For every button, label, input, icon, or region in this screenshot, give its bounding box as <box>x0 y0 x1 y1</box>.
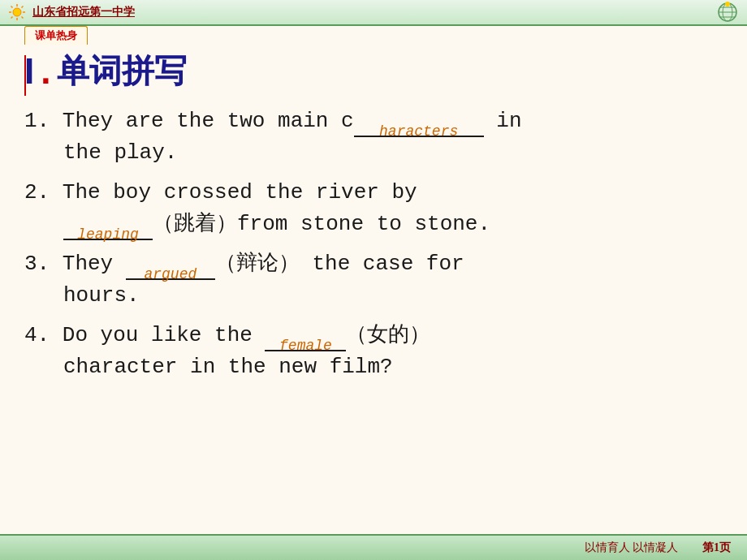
question-1: 1. They are the two main characters in t… <box>24 106 723 169</box>
q2-text-before: The boy crossed the river by <box>63 180 417 205</box>
q3-continuation: hours. <box>63 283 140 308</box>
q4-text-before: Do you like the <box>63 323 266 347</box>
main-content: 课单热身 I.单词拼写 1. They are the two main cha… <box>0 26 747 534</box>
tab-border-decoration <box>24 55 26 96</box>
q4-continuation: character in the new film? <box>63 355 393 379</box>
globe-icon <box>716 1 739 24</box>
svg-point-14 <box>725 2 730 6</box>
q1-number: 1. <box>24 109 63 133</box>
q3-number: 3. <box>24 252 63 276</box>
section-chinese: 单词拼写 <box>57 49 187 93</box>
bottom-slogan: 以情育人 以情凝人 <box>585 541 679 555</box>
bottom-bar: 以情育人 以情凝人 第1页 <box>0 534 747 560</box>
section-title: I.单词拼写 <box>24 49 723 93</box>
q4-blank[interactable]: female <box>265 350 346 351</box>
svg-line-8 <box>11 17 13 19</box>
q2-answer: leaping <box>77 224 139 246</box>
tab-warmup[interactable]: 课单热身 <box>24 26 88 45</box>
svg-line-5 <box>11 6 13 8</box>
q2-blank[interactable]: leaping <box>63 239 153 240</box>
svg-line-7 <box>22 6 24 8</box>
svg-point-0 <box>13 8 21 16</box>
q1-blank[interactable]: haracters <box>354 136 484 137</box>
q4-answer: female <box>279 335 332 357</box>
school-name: 山东省招远第一中学 <box>32 5 135 19</box>
section-dot: . <box>41 51 50 92</box>
q2-continuation: leaping（跳着）from stone to stone. <box>63 212 490 236</box>
q3-text-before: They <box>63 252 126 276</box>
question-4: 4. Do you like the female（女的） character … <box>24 320 723 383</box>
q1-text-before: They are the two main c <box>63 109 354 133</box>
question-2: 2. The boy crossed the river by leaping（… <box>24 177 723 240</box>
q1-answer: haracters <box>379 121 458 143</box>
q4-number: 4. <box>24 323 63 347</box>
q2-text-after: （跳着）from stone to stone. <box>153 212 490 236</box>
q1-continuation: the play. <box>63 140 177 165</box>
q3-text-after: （辩论） the case for <box>215 252 464 276</box>
bottom-page: 第1页 <box>702 541 731 555</box>
q4-text-after: （女的） <box>346 323 430 347</box>
question-3: 3. They argued（辩论） the case for hours. <box>24 248 723 312</box>
q3-answer: argued <box>144 264 196 286</box>
top-bar: 山东省招远第一中学 <box>0 0 747 26</box>
q1-text-after: in <box>484 109 522 133</box>
tab-strip: 课单热身 <box>24 26 723 45</box>
svg-line-6 <box>22 17 24 19</box>
q3-blank[interactable]: argued <box>126 278 215 280</box>
q2-number: 2. <box>24 180 63 205</box>
school-logo-icon <box>8 3 26 21</box>
